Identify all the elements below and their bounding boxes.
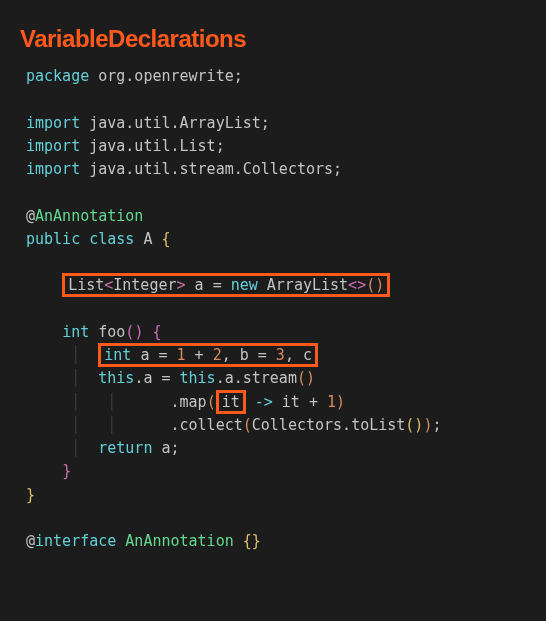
kw-this: this bbox=[180, 369, 216, 387]
paren-close: ) bbox=[423, 416, 432, 434]
annotation-at: @ bbox=[26, 532, 35, 550]
angle-close: > bbox=[177, 276, 186, 294]
kw-import: import bbox=[26, 114, 80, 132]
paren-open: ( bbox=[405, 416, 414, 434]
op-eq: = bbox=[158, 346, 167, 364]
paren-close: ) bbox=[336, 393, 345, 411]
num-1: 1 bbox=[327, 393, 336, 411]
lambda-arrow: -> bbox=[255, 393, 273, 411]
method-foo: foo bbox=[98, 323, 125, 341]
highlight-box-1: List<Integer> a = new ArrayList<>() bbox=[62, 273, 390, 297]
paren-open: ( bbox=[207, 393, 216, 411]
kw-int: int bbox=[104, 346, 131, 364]
brace-open: { bbox=[152, 323, 161, 341]
paren-open: ( bbox=[243, 416, 252, 434]
num-3: 3 bbox=[276, 346, 285, 364]
method-stream: stream bbox=[243, 369, 297, 387]
kw-new: new bbox=[231, 276, 258, 294]
kw-this: this bbox=[98, 369, 134, 387]
kw-import: import bbox=[26, 160, 80, 178]
code-block: package org.openrewrite; import java.uti… bbox=[20, 65, 526, 553]
pkg-name: org.openrewrite bbox=[98, 67, 233, 85]
type-integer: Integer bbox=[113, 276, 176, 294]
brace-close: } bbox=[62, 462, 71, 480]
var-a: a bbox=[195, 276, 204, 294]
kw-package: package bbox=[26, 67, 89, 85]
annotation-decl: AnAnnotation bbox=[125, 532, 233, 550]
comma: , bbox=[222, 346, 231, 364]
field-a: a bbox=[225, 369, 234, 387]
class-name: A bbox=[143, 230, 152, 248]
num-1: 1 bbox=[177, 346, 186, 364]
kw-class: class bbox=[89, 230, 134, 248]
kw-return: return bbox=[98, 439, 152, 457]
annotation-name: AnAnnotation bbox=[35, 207, 143, 225]
num-2: 2 bbox=[213, 346, 222, 364]
paren-close: ) bbox=[375, 276, 384, 294]
var-b: b bbox=[240, 346, 249, 364]
section-heading: VariableDeclarations bbox=[20, 20, 526, 57]
comma: , bbox=[285, 346, 294, 364]
lambda-it: it bbox=[222, 393, 240, 411]
op-eq: = bbox=[161, 369, 170, 387]
import-2: java.util.List bbox=[89, 137, 215, 155]
kw-interface: interface bbox=[35, 532, 116, 550]
op-plus: + bbox=[195, 346, 204, 364]
brace-open: { bbox=[243, 532, 252, 550]
highlight-box-2: int a = 1 + 2, b = 3, c bbox=[98, 343, 318, 367]
angle-open: < bbox=[104, 276, 113, 294]
paren-open: ( bbox=[366, 276, 375, 294]
op-plus: + bbox=[309, 393, 318, 411]
method-tolist: toList bbox=[351, 416, 405, 434]
method-collect: collect bbox=[180, 416, 243, 434]
kw-public: public bbox=[26, 230, 80, 248]
import-3: java.util.stream.Collectors bbox=[89, 160, 333, 178]
angle-open: < bbox=[348, 276, 357, 294]
lambda-it-ref: it bbox=[282, 393, 300, 411]
angle-close: > bbox=[357, 276, 366, 294]
method-map: map bbox=[180, 393, 207, 411]
field-a: a bbox=[143, 369, 152, 387]
var-a: a bbox=[161, 439, 170, 457]
var-a: a bbox=[140, 346, 149, 364]
brace-close: } bbox=[26, 486, 35, 504]
op-eq: = bbox=[213, 276, 222, 294]
brace-close: } bbox=[252, 532, 261, 550]
kw-int: int bbox=[62, 323, 89, 341]
type-collectors: Collectors bbox=[252, 416, 342, 434]
type-list: List bbox=[68, 276, 104, 294]
paren-open: ( bbox=[297, 369, 306, 387]
paren-close: ) bbox=[306, 369, 315, 387]
brace-open: { bbox=[161, 230, 170, 248]
import-1: java.util.ArrayList bbox=[89, 114, 261, 132]
kw-import: import bbox=[26, 137, 80, 155]
paren-close: ) bbox=[134, 323, 143, 341]
op-eq: = bbox=[258, 346, 267, 364]
highlight-box-3: it bbox=[216, 390, 246, 414]
var-c: c bbox=[303, 346, 312, 364]
annotation-at: @ bbox=[26, 207, 35, 225]
type-arraylist: ArrayList bbox=[267, 276, 348, 294]
